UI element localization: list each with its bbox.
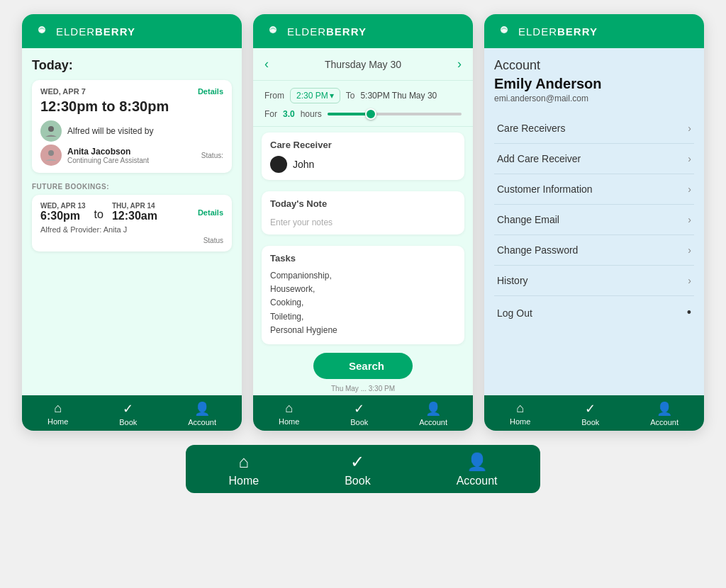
- standalone-account-icon: 👤: [467, 452, 488, 472]
- date-col-2: THU, APR 14 12:30am: [112, 202, 157, 222]
- slider-thumb[interactable]: [365, 108, 376, 120]
- account-nav-home[interactable]: ⌂ Home: [496, 401, 544, 426]
- svg-point-2: [48, 126, 54, 132]
- customer-info-chevron: ›: [688, 183, 691, 195]
- menu-add-care-receiver[interactable]: Add Care Receiver ›: [494, 144, 694, 174]
- account-header: ELDERBERRY: [484, 14, 704, 48]
- book-bottom-nav: ⌂ Home ✓ Book 👤 Account: [253, 395, 473, 431]
- account-book-icon: ✓: [585, 401, 596, 417]
- home-body: Today: WED, APR 7 Details 12:30pm to 8:3…: [22, 48, 242, 395]
- search-button[interactable]: Search: [313, 353, 413, 379]
- slider-fill: [328, 113, 368, 115]
- standalone-account-label: Account: [457, 475, 498, 487]
- today-details-link[interactable]: Details: [198, 87, 223, 96]
- menu-history[interactable]: History ›: [494, 266, 694, 296]
- standalone-nav-account[interactable]: 👤 Account: [428, 452, 526, 487]
- to-time: 5:30PM Thu May 30: [360, 91, 437, 101]
- book-nav-account-label: Account: [419, 418, 447, 426]
- book-nav-account[interactable]: 👤 Account: [405, 401, 462, 426]
- from-dropdown-arrow: ▾: [330, 91, 334, 101]
- add-care-receiver-chevron: ›: [688, 153, 691, 164]
- time-section: From 2:30 PM ▾ To 5:30PM Thu May 30 For …: [253, 81, 473, 127]
- book-account-icon: 👤: [425, 401, 441, 417]
- hours-slider[interactable]: [328, 113, 462, 115]
- note-input[interactable]: Enter your notes: [270, 215, 456, 227]
- nav-account[interactable]: 👤 Account: [174, 401, 230, 426]
- nav-book[interactable]: ✓ Book: [105, 401, 151, 426]
- account-account-icon: 👤: [657, 401, 672, 417]
- svg-point-5: [271, 28, 275, 32]
- svg-point-7: [502, 28, 506, 32]
- note-label: Today's Note: [270, 198, 456, 209]
- menu-history-label: History: [497, 275, 528, 286]
- menu-change-password[interactable]: Change Password ›: [494, 235, 694, 266]
- future-status: Status: [40, 237, 223, 244]
- menu-logout-label: Log Out: [497, 307, 532, 319]
- standalone-book-icon: ✓: [350, 452, 364, 472]
- menu-care-receivers-label: Care Receivers: [497, 123, 565, 134]
- menu-care-receivers[interactable]: Care Receivers ›: [494, 113, 694, 144]
- search-footer: Thu May ... 3:30 PM: [253, 382, 473, 395]
- book-home-icon: ⌂: [285, 401, 293, 416]
- today-booking-card: WED, APR 7 Details 12:30pm to 8:30pm Alf…: [32, 80, 232, 173]
- book-nav-book[interactable]: ✓ Book: [336, 401, 382, 426]
- account-icon: 👤: [194, 401, 210, 417]
- menu-logout[interactable]: Log Out •: [494, 296, 694, 329]
- home-header: ELDERBERRY: [22, 14, 242, 48]
- alfred-avatar: [40, 120, 62, 142]
- book-logo: [264, 23, 281, 40]
- tasks-label: Tasks: [270, 253, 456, 264]
- calendar-nav: ‹ Thursday May 30 ›: [253, 48, 473, 81]
- time-row: From 2:30 PM ▾ To 5:30PM Thu May 30: [264, 88, 462, 103]
- menu-change-email[interactable]: Change Email ›: [494, 205, 694, 235]
- calendar-date: Thursday May 30: [325, 59, 401, 70]
- account-screen: ELDERBERRY Account Emily Anderson emi.an…: [484, 14, 704, 431]
- account-body: Account Emily Anderson emi.anderson@mail…: [484, 48, 704, 395]
- standalone-nav-home[interactable]: ⌂ Home: [201, 452, 288, 487]
- menu-change-password-label: Change Password: [497, 244, 578, 256]
- tasks-card: Tasks Companionship, Housework, Cooking,…: [262, 246, 464, 344]
- nav-home[interactable]: ⌂ Home: [33, 401, 82, 426]
- date-col-1: WED, APR 13 6:30pm: [40, 202, 86, 222]
- care-receiver-card: Care Receiver John: [262, 132, 464, 180]
- future-provider: Alfred & Provider: Anita J: [40, 225, 223, 234]
- prev-month-arrow[interactable]: ‹: [264, 57, 269, 72]
- today-label: Today:: [32, 58, 232, 73]
- today-booking-header: WED, APR 7 Details: [40, 87, 223, 96]
- search-overlay: Search: [262, 353, 464, 379]
- menu-change-email-label: Change Email: [497, 214, 559, 225]
- menu-customer-info[interactable]: Customer Information ›: [494, 174, 694, 205]
- future-details-link[interactable]: Details: [198, 208, 223, 217]
- account-title: Account: [494, 58, 694, 73]
- account-nav-book[interactable]: ✓ Book: [567, 401, 613, 426]
- account-nav-book-label: Book: [581, 418, 599, 426]
- account-home-icon: ⌂: [516, 401, 524, 416]
- book-icon: ✓: [123, 401, 133, 417]
- account-bottom-nav: ⌂ Home ✓ Book 👤 Account: [484, 395, 704, 431]
- account-user-name: Emily Anderson: [494, 76, 694, 92]
- book-nav-home[interactable]: ⌂ Home: [264, 401, 313, 426]
- change-password-chevron: ›: [688, 244, 691, 256]
- alfred-text: Alfred will be visited by: [67, 126, 153, 136]
- account-logo: [496, 23, 513, 40]
- standalone-nav-book[interactable]: ✓ Book: [316, 452, 398, 487]
- standalone-home-label: Home: [229, 475, 259, 487]
- provider-name: Anita Jacobson: [67, 147, 149, 157]
- elderberry-logo: [33, 23, 50, 40]
- future-label: FUTURE BOOKINGS:: [32, 183, 232, 191]
- future-time-end: 12:30am: [112, 210, 157, 222]
- to-label: To: [346, 91, 355, 101]
- hours-row: For 3.0 hours: [264, 109, 462, 119]
- book-screen: ELDERBERRY ‹ Thursday May 30 › From 2:30…: [253, 14, 473, 431]
- hours-unit: hours: [301, 109, 322, 119]
- book-brand-name: ELDERBERRY: [287, 26, 367, 38]
- account-nav-account[interactable]: 👤 Account: [636, 401, 693, 426]
- next-month-arrow[interactable]: ›: [457, 57, 462, 72]
- provider-avatar: [40, 145, 62, 166]
- receiver-name: John: [293, 159, 314, 170]
- status-label: Status:: [201, 152, 223, 159]
- menu-customer-info-label: Customer Information: [497, 183, 593, 195]
- account-brand-name: ELDERBERRY: [518, 26, 598, 38]
- from-time[interactable]: 2:30 PM ▾: [290, 88, 340, 103]
- today-booking-date: WED, APR 7: [40, 87, 86, 96]
